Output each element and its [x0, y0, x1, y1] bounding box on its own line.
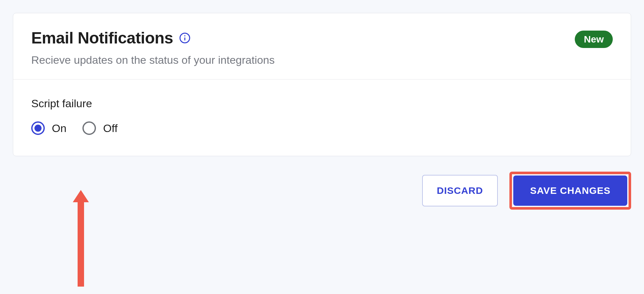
radio-option-on[interactable]: On — [31, 121, 66, 135]
new-badge: New — [575, 31, 613, 48]
card-body: Script failure On Off — [13, 80, 631, 156]
card-header: Email Notifications Recieve updates on t… — [13, 13, 631, 80]
action-button-row: DISCARD SAVE CHANGES — [13, 172, 631, 210]
card-subtitle: Recieve updates on the status of your in… — [31, 54, 275, 66]
email-notifications-card: Email Notifications Recieve updates on t… — [13, 13, 631, 156]
header-text-block: Email Notifications Recieve updates on t… — [31, 29, 275, 66]
save-changes-button[interactable]: SAVE CHANGES — [513, 175, 627, 206]
radio-on-icon — [31, 121, 45, 135]
card-title: Email Notifications — [31, 29, 173, 47]
radio-off-icon — [82, 121, 96, 135]
radio-off-label: Off — [103, 122, 118, 135]
save-button-highlight: SAVE CHANGES — [509, 172, 631, 210]
script-failure-radio-group: On Off — [31, 121, 613, 135]
svg-point-2 — [184, 35, 185, 36]
discard-button[interactable]: DISCARD — [422, 175, 498, 206]
info-icon[interactable] — [179, 32, 191, 44]
script-failure-label: Script failure — [31, 97, 613, 110]
radio-option-off[interactable]: Off — [82, 121, 118, 135]
radio-on-label: On — [52, 122, 66, 135]
title-row: Email Notifications — [31, 29, 275, 47]
